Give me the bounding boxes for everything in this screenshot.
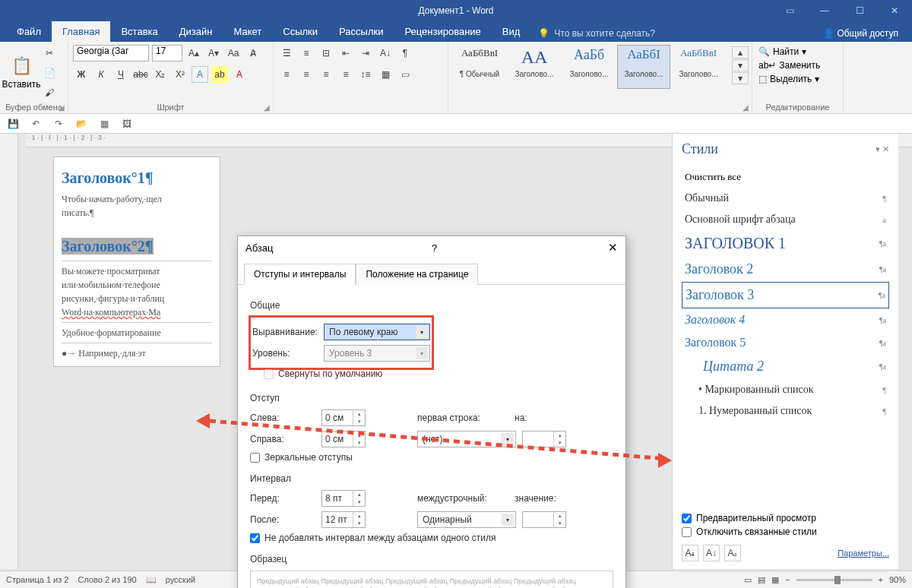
tab-design[interactable]: Дизайн — [169, 21, 223, 42]
replace-button[interactable]: ab↵ Заменить — [758, 58, 837, 72]
style-list-item[interactable]: Заголовок 3¶a — [682, 282, 889, 308]
numbering-icon[interactable]: ≡ — [298, 45, 315, 62]
first-line-by-spinner[interactable]: ▴▾ — [522, 431, 566, 447]
borders-icon[interactable]: ▭ — [397, 66, 413, 83]
manage-styles-icon[interactable]: Aₐ — [724, 545, 741, 561]
view-print-icon[interactable]: ▤ — [758, 575, 765, 585]
tab-file[interactable]: Файл — [6, 21, 52, 42]
text-effects-icon[interactable]: A — [192, 66, 208, 83]
style-up-icon[interactable]: ▴ — [732, 46, 749, 58]
indent-left-spinner[interactable]: 0 см▴▾ — [321, 409, 366, 426]
style-down-icon[interactable]: ▾ — [732, 59, 749, 71]
zoom-value[interactable]: 90% — [889, 575, 906, 584]
spellcheck-icon[interactable]: 📖 — [146, 575, 157, 585]
help-icon[interactable]: ? — [432, 242, 437, 254]
underline-button[interactable]: Ч — [112, 66, 129, 83]
dialog-tab-position[interactable]: Положение на странице — [356, 264, 478, 285]
level-combo[interactable]: Уровень 3▾ — [324, 345, 430, 362]
grow-font-icon[interactable]: A▴ — [185, 45, 202, 62]
tab-mailings[interactable]: Рассылки — [328, 21, 394, 42]
zoom-out-icon[interactable]: − — [785, 575, 790, 584]
style-list-item[interactable]: Основной шрифт абзацаa — [682, 209, 889, 230]
dialog-close-icon[interactable]: ✕ — [608, 241, 618, 254]
change-case-icon[interactable]: Aa — [225, 45, 242, 62]
copy-icon[interactable]: 📄 — [41, 65, 58, 81]
tab-references[interactable]: Ссылки — [272, 21, 328, 42]
format-painter-icon[interactable]: 🖌 — [41, 84, 58, 101]
font-color-icon[interactable]: A — [231, 66, 248, 83]
zoom-in-icon[interactable]: + — [879, 575, 883, 584]
style-list-item[interactable]: Заголовок 2¶a — [682, 257, 889, 282]
font-launcher-icon[interactable]: ◢ — [264, 103, 270, 112]
dialog-tab-indents[interactable]: Отступы и интервалы — [244, 264, 356, 285]
highlight-icon[interactable]: ab — [211, 66, 228, 83]
styles-launcher-icon[interactable]: ◢ — [743, 103, 749, 112]
preview-checkbox[interactable] — [682, 514, 692, 523]
sort-icon[interactable]: A↓ — [377, 45, 394, 62]
style-list-item[interactable]: Цитата 2¶a — [682, 354, 889, 379]
increase-indent-icon[interactable]: ⇥ — [357, 45, 374, 62]
picture-icon[interactable]: 🖼 — [119, 115, 135, 132]
font-size-select[interactable]: 17 — [152, 45, 182, 62]
style-params-link[interactable]: Параметры... — [838, 548, 889, 558]
style-list-item[interactable]: Обычный¶ — [682, 188, 889, 209]
clear-all-style[interactable]: Очистить все — [682, 166, 889, 188]
line-value-spinner[interactable]: ▴▾ — [522, 511, 566, 528]
share-button[interactable]: 👤 Общий доступ — [815, 25, 906, 42]
italic-button[interactable]: К — [93, 66, 109, 83]
first-line-combo[interactable]: (нет)▾ — [417, 431, 516, 447]
style-list-item[interactable]: Заголовок 5¶a — [682, 331, 889, 354]
justify-icon[interactable]: ≡ — [337, 66, 354, 83]
save-icon[interactable]: 💾 — [5, 115, 21, 132]
multilevel-icon[interactable]: ⊟ — [318, 45, 334, 62]
nosame-checkbox[interactable] — [250, 533, 260, 543]
table-icon[interactable]: ▦ — [96, 115, 112, 132]
open-icon[interactable]: 📂 — [73, 115, 90, 132]
subscript-icon[interactable]: X₂ — [152, 66, 169, 83]
page-content[interactable]: Заголовок°1¶ Чтобы·начать·работу,·щел пи… — [53, 156, 220, 367]
bold-button[interactable]: Ж — [73, 66, 90, 83]
line-spacing-icon[interactable]: ↕≡ — [357, 66, 374, 83]
after-spinner[interactable]: 12 пт▴▾ — [321, 511, 366, 528]
maximize-icon[interactable]: ☐ — [842, 0, 877, 21]
disable-linked-checkbox[interactable] — [682, 527, 692, 537]
tab-review[interactable]: Рецензирование — [394, 21, 491, 42]
view-web-icon[interactable]: ▦ — [771, 575, 779, 585]
view-read-icon[interactable]: ▭ — [744, 575, 752, 585]
decrease-indent-icon[interactable]: ⇤ — [337, 45, 354, 62]
strike-button[interactable]: abc — [132, 66, 149, 83]
shading-icon[interactable]: ▦ — [377, 66, 394, 83]
tell-me-box[interactable]: 💡Что вы хотите сделать? — [530, 25, 663, 42]
clear-format-icon[interactable]: A̷ — [245, 45, 261, 62]
superscript-icon[interactable]: X² — [172, 66, 188, 83]
style-inspector-icon[interactable]: A↓ — [703, 545, 720, 561]
redo-icon[interactable]: ↷ — [50, 115, 67, 132]
line-spacing-combo[interactable]: Одинарный▾ — [417, 511, 516, 528]
page-counter[interactable]: Страница 1 из 2 — [6, 575, 68, 584]
align-left-icon[interactable]: ≡ — [278, 66, 295, 83]
align-right-icon[interactable]: ≡ — [318, 66, 334, 83]
minimize-icon[interactable]: — — [807, 0, 842, 21]
style-gallery-item[interactable]: АаБбIЗаголово... — [617, 45, 670, 89]
paste-button[interactable]: 📋 Вставить — [5, 56, 38, 90]
close-icon[interactable]: ✕ — [877, 0, 912, 21]
find-button[interactable]: 🔍 Найти ▾ — [758, 45, 837, 58]
font-family-select[interactable]: Georgia (Заг — [73, 45, 149, 62]
style-more-icon[interactable]: ▾ — [732, 72, 749, 84]
align-center-icon[interactable]: ≡ — [298, 66, 315, 83]
style-gallery-item[interactable]: ААЗаголово... — [508, 45, 561, 89]
word-counter[interactable]: Слово 2 из 190 — [78, 575, 136, 584]
indent-right-spinner[interactable]: 0 см▴▾ — [321, 431, 366, 447]
tab-home[interactable]: Главная — [52, 21, 110, 42]
style-list-item[interactable]: Заголовок 4¶a — [682, 308, 889, 331]
bullets-icon[interactable]: ☰ — [278, 45, 295, 62]
tab-insert[interactable]: Вставка — [110, 21, 168, 42]
style-list-item[interactable]: • Маркированный список¶ — [682, 379, 889, 400]
style-gallery-item[interactable]: АаБбВвI¶ Обычный — [453, 45, 506, 89]
before-spinner[interactable]: 8 пт▴▾ — [321, 490, 366, 507]
new-style-icon[interactable]: A₄ — [682, 545, 698, 561]
style-list-item[interactable]: 1. Нумерованный список¶ — [682, 400, 889, 422]
cut-icon[interactable]: ✂ — [41, 45, 58, 62]
shrink-font-icon[interactable]: A▾ — [205, 45, 222, 62]
ribbon-options-icon[interactable]: ▭ — [772, 0, 807, 21]
